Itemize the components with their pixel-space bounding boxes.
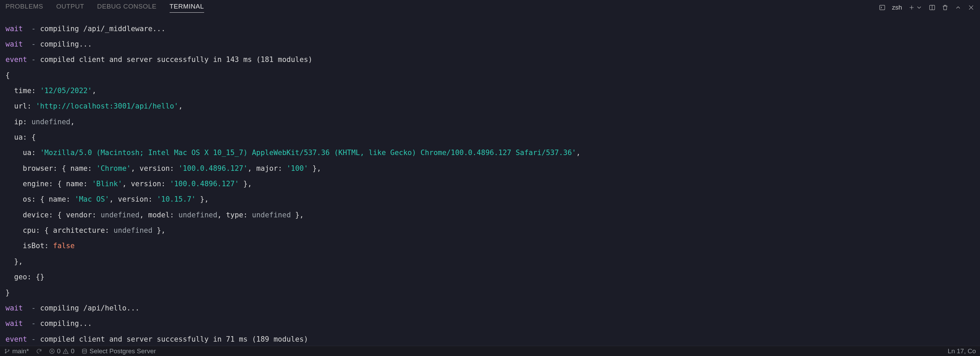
tab-problems[interactable]: PROBLEMS: [5, 3, 43, 12]
obj-val: undefined: [178, 211, 218, 219]
obj-key: url: [14, 102, 27, 110]
log-text: compiling...: [40, 40, 92, 48]
panel-tab-strip: PROBLEMS OUTPUT DEBUG CONSOLE TERMINAL z…: [0, 0, 980, 15]
terminal-toolbar: zsh: [879, 4, 975, 11]
obj-close: }: [5, 289, 975, 297]
postgres-item[interactable]: Select Postgres Server: [81, 348, 156, 355]
database-icon: [81, 348, 88, 354]
obj-val: '100.0.4896.127': [178, 164, 248, 172]
svg-point-7: [83, 349, 86, 351]
obj-key: os: [23, 195, 32, 203]
obj-key: isBot: [23, 242, 45, 250]
maximize-panel-icon[interactable]: [955, 4, 961, 11]
obj-val: 'Blink': [92, 180, 123, 188]
line-col-text: Ln 17, Co: [948, 348, 976, 355]
log-dash: -: [27, 56, 40, 64]
obj-val: 'Chrome': [96, 164, 131, 172]
tab-output[interactable]: OUTPUT: [56, 3, 84, 12]
log-text: compiled client and server successfully …: [40, 335, 308, 343]
tab-terminal[interactable]: TERMINAL: [170, 3, 204, 13]
sync-item[interactable]: [36, 348, 42, 354]
obj-key: geo: [14, 273, 27, 281]
obj-key: browser: [23, 164, 53, 172]
obj-close: },: [5, 258, 975, 266]
terminal-output[interactable]: wait - compiling /api/_middleware... wai…: [0, 15, 980, 356]
split-terminal-icon[interactable]: [929, 4, 935, 11]
branch-name: main*: [12, 348, 29, 355]
tab-debug-console[interactable]: DEBUG CONSOLE: [97, 3, 157, 12]
log-dash: -: [23, 319, 40, 327]
postgres-label: Select Postgres Server: [89, 348, 156, 355]
shell-name-label[interactable]: zsh: [892, 4, 902, 11]
log-dash: -: [23, 40, 40, 48]
problems-count-item[interactable]: 0 0: [49, 348, 75, 355]
obj-val: false: [53, 242, 75, 250]
obj-key: engine: [23, 180, 49, 188]
obj-subkey: model: [148, 211, 170, 219]
obj-subkey: vendor: [66, 211, 92, 219]
status-bar: main* 0 0 Select Postgres Server Ln 17, …: [0, 346, 980, 356]
log-prefix: wait: [5, 304, 23, 312]
close-panel-icon[interactable]: [968, 4, 975, 11]
log-text: compiling /api/_middleware...: [40, 25, 165, 33]
obj-subkey: version: [131, 180, 161, 188]
log-prefix: wait: [5, 319, 23, 327]
svg-rect-0: [880, 5, 885, 10]
obj-key: time: [14, 86, 32, 95]
svg-point-2: [5, 349, 6, 350]
kill-terminal-icon[interactable]: [942, 4, 948, 11]
error-icon: [49, 348, 55, 354]
obj-val: 'http://localhost:3001/api/hello': [36, 102, 178, 110]
log-prefix: event: [5, 335, 27, 343]
obj-val: undefined: [252, 211, 291, 219]
obj-key: cpu: [23, 226, 36, 235]
obj-val: undefined: [32, 118, 70, 126]
obj-subkey: type: [226, 211, 243, 219]
svg-point-4: [8, 350, 9, 351]
obj-open: {: [5, 72, 975, 80]
log-prefix: wait: [5, 40, 23, 48]
obj-val: undefined: [113, 226, 153, 235]
log-dash: -: [23, 25, 40, 33]
obj-subkey: name: [66, 180, 83, 188]
obj-val: '10.15.7': [157, 195, 196, 203]
new-terminal-icon[interactable]: [908, 4, 915, 11]
log-dash: -: [27, 335, 40, 343]
git-branch-item[interactable]: main*: [4, 348, 29, 355]
line-col-item[interactable]: Ln 17, Co: [948, 348, 976, 355]
sync-icon: [36, 348, 42, 354]
obj-key: ua: [23, 148, 32, 157]
obj-subkey: major: [256, 164, 278, 172]
obj-subkey: version: [118, 195, 148, 203]
log-prefix: event: [5, 56, 27, 64]
launch-profile-icon[interactable]: [879, 4, 886, 11]
log-text: compiling...: [40, 319, 92, 327]
obj-val: 'Mac OS': [75, 195, 109, 203]
warning-icon: [62, 348, 69, 354]
obj-val: '100': [286, 164, 308, 172]
obj-key: ip: [14, 118, 22, 126]
obj-subkey: architecture: [53, 226, 105, 235]
errors-count: 0: [57, 348, 61, 355]
log-text: compiling /api/hello...: [40, 304, 140, 312]
obj-val: '100.0.4896.127': [170, 180, 239, 188]
obj-val: '12/05/2022': [40, 86, 92, 95]
obj-key: ua: [14, 133, 22, 141]
log-dash: -: [23, 304, 40, 312]
obj-val: undefined: [100, 211, 140, 219]
log-text: compiled client and server successfully …: [40, 56, 313, 64]
obj-val: 'Mozilla/5.0 (Macintosh; Intel Mac OS X …: [40, 148, 576, 157]
obj-subkey: name: [70, 164, 88, 172]
obj-key: device: [23, 211, 49, 219]
obj-subkey: version: [140, 164, 170, 172]
git-branch-icon: [4, 348, 10, 354]
warnings-count: 0: [71, 348, 75, 355]
new-terminal-dropdown-icon[interactable]: [916, 4, 923, 11]
obj-subkey: name: [49, 195, 66, 203]
log-prefix: wait: [5, 25, 23, 33]
